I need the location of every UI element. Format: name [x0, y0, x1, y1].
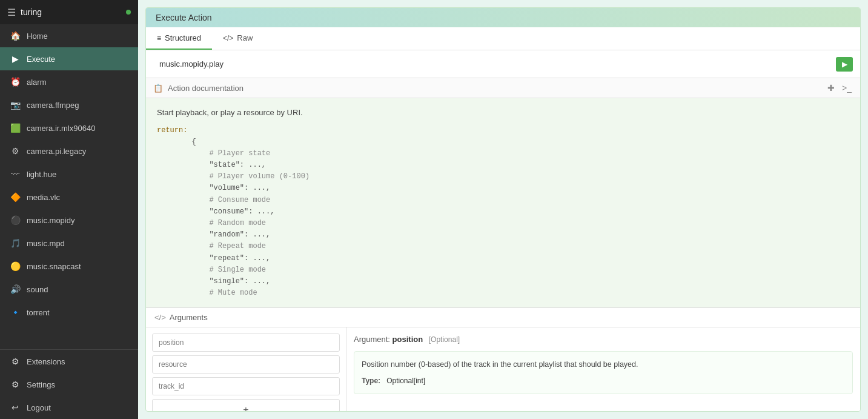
- arg-prefix: Argument:: [354, 335, 390, 344]
- action-row: ▶: [146, 50, 860, 78]
- sidebar-item-camera-ffmpeg[interactable]: 📷camera.ffmpeg: [0, 93, 138, 116]
- sidebar-item-home[interactable]: 🏠Home: [0, 24, 138, 47]
- args-inputs: +: [146, 327, 346, 411]
- nav-label-music-snapcast: music.snapcast: [27, 262, 128, 271]
- args-header: </> Arguments: [146, 308, 860, 327]
- doc-icon: 📋: [153, 84, 163, 93]
- nav-icon-light-hue: 〰: [10, 169, 21, 179]
- sidebar: ☰ turing 🏠Home▶Execute⏰alarm📷camera.ffmp…: [0, 0, 138, 419]
- execute-panel: Execute Action ≡ Structured </> Raw ▶ 📋 …: [145, 7, 861, 412]
- hamburger-icon[interactable]: ☰: [7, 7, 16, 18]
- nav-label-sound: sound: [27, 285, 128, 294]
- footer-item-settings[interactable]: ⚙Settings: [0, 373, 138, 396]
- code-icon: </>: [223, 34, 233, 42]
- nav-icon-camera-ir-mlx90640: 🟩: [10, 122, 21, 133]
- online-status-dot: [126, 10, 131, 15]
- arg-description-box: Position number (0-based) of the track i…: [354, 351, 853, 394]
- nav-label-torrent: torrent: [27, 308, 128, 317]
- nav-icon-music-snapcast: 🟡: [10, 261, 21, 272]
- footer-label-settings: Settings: [27, 380, 55, 389]
- execute-header-title: Execute Action: [156, 13, 212, 22]
- nav-label-camera-pi-legacy: camera.pi.legacy: [27, 147, 128, 156]
- sidebar-nav: 🏠Home▶Execute⏰alarm📷camera.ffmpeg🟩camera…: [0, 24, 138, 349]
- footer-label-logout: Logout: [27, 403, 51, 412]
- sidebar-item-music-mopidy[interactable]: ⚫music.mopidy: [0, 209, 138, 232]
- nav-icon-media-vlc: 🔶: [10, 192, 21, 203]
- tabs-bar: ≡ Structured </> Raw: [146, 27, 860, 50]
- main-content: Execute Action ≡ Structured </> Raw ▶ 📋 …: [138, 0, 868, 419]
- tab-structured[interactable]: ≡ Structured: [146, 27, 212, 50]
- arguments-section: </> Arguments + Argument: position [Opti…: [146, 308, 860, 411]
- add-arg-button[interactable]: +: [152, 399, 340, 411]
- nav-icon-music-mpd: 🎵: [10, 238, 21, 249]
- footer-item-extensions[interactable]: ⚙Extensions: [0, 350, 138, 373]
- arg-name: position: [393, 335, 423, 344]
- arg-type-row: Type: Optional[int]: [362, 375, 845, 386]
- nav-label-alarm: alarm: [27, 78, 128, 87]
- tab-raw-label: Raw: [237, 33, 253, 42]
- list-icon: ≡: [157, 34, 161, 42]
- sidebar-item-sound[interactable]: 🔊sound: [0, 278, 138, 301]
- position-input[interactable]: [152, 334, 340, 352]
- footer-item-logout[interactable]: ↩Logout: [0, 396, 138, 419]
- nav-icon-alarm: ⏰: [10, 76, 21, 87]
- footer-icon-extensions: ⚙: [10, 356, 21, 367]
- nav-icon-music-mopidy: ⚫: [10, 215, 21, 226]
- nav-label-home: Home: [27, 32, 128, 41]
- arg-detail: Argument: position [Optional] Position n…: [346, 327, 860, 411]
- sidebar-item-camera-ir-mlx90640[interactable]: 🟩camera.ir.mlx90640: [0, 116, 138, 139]
- doc-actions: ✚ >_: [826, 82, 853, 94]
- sidebar-item-light-hue[interactable]: 〰light.hue: [0, 163, 138, 186]
- tab-structured-label: Structured: [165, 33, 201, 42]
- args-body: + Argument: position [Optional] Position…: [146, 327, 860, 411]
- nav-icon-torrent: 🔹: [10, 307, 21, 318]
- nav-icon-camera-ffmpeg: 📷: [10, 99, 21, 110]
- nav-icon-execute: ▶: [10, 53, 21, 64]
- nav-label-execute: Execute: [27, 55, 128, 64]
- type-label: Type:: [362, 377, 380, 385]
- nav-label-music-mpd: music.mpd: [27, 239, 128, 248]
- arg-optional-badge: [Optional]: [429, 335, 460, 344]
- tab-raw[interactable]: </> Raw: [212, 27, 263, 50]
- nav-icon-camera-pi-legacy: ⚙: [10, 146, 21, 156]
- sidebar-item-alarm[interactable]: ⏰alarm: [0, 70, 138, 93]
- doc-label: Action documentation: [168, 84, 821, 93]
- footer-label-extensions: Extensions: [27, 357, 65, 366]
- arg-description-text: Position number (0-based) of the track i…: [362, 360, 638, 369]
- arg-name-row: Argument: position [Optional]: [354, 335, 853, 344]
- args-header-label: Arguments: [170, 313, 208, 322]
- footer-icon-settings: ⚙: [10, 379, 21, 390]
- footer-icon-logout: ↩: [10, 402, 21, 413]
- doc-content: Start playback, or play a resource by UR…: [146, 98, 860, 308]
- doc-add-button[interactable]: ✚: [826, 82, 836, 94]
- sidebar-item-execute[interactable]: ▶Execute: [0, 47, 138, 70]
- track-id-input[interactable]: [152, 377, 340, 395]
- doc-description: Start playback, or play a resource by UR…: [157, 107, 849, 119]
- nav-label-light-hue: light.hue: [27, 170, 128, 179]
- action-input[interactable]: [153, 55, 836, 73]
- sidebar-item-camera-pi-legacy[interactable]: ⚙camera.pi.legacy: [0, 139, 138, 163]
- sidebar-title: turing: [21, 7, 121, 17]
- doc-bar: 📋 Action documentation ✚ >_: [146, 78, 860, 98]
- args-icon: </>: [154, 313, 166, 322]
- doc-terminal-button[interactable]: >_: [841, 82, 853, 94]
- resource-input[interactable]: [152, 355, 340, 374]
- sidebar-footer: ⚙Extensions⚙Settings↩Logout: [0, 349, 138, 419]
- nav-icon-sound: 🔊: [10, 284, 21, 295]
- sidebar-item-media-vlc[interactable]: 🔶media.vlc: [0, 186, 138, 209]
- nav-label-camera-ffmpeg: camera.ffmpeg: [27, 101, 128, 110]
- doc-code: return: { # Player state "state": ..., #…: [157, 125, 849, 300]
- nav-label-camera-ir-mlx90640: camera.ir.mlx90640: [27, 124, 128, 133]
- sidebar-item-torrent[interactable]: 🔹torrent: [0, 301, 138, 324]
- nav-label-music-mopidy: music.mopidy: [27, 216, 128, 225]
- sidebar-item-music-snapcast[interactable]: 🟡music.snapcast: [0, 255, 138, 278]
- sidebar-item-music-mpd[interactable]: 🎵music.mpd: [0, 232, 138, 255]
- type-value: Optional[int]: [386, 377, 425, 385]
- nav-icon-home: 🏠: [10, 30, 21, 41]
- execute-header: Execute Action: [146, 8, 860, 27]
- nav-label-media-vlc: media.vlc: [27, 193, 128, 202]
- run-button[interactable]: ▶: [836, 57, 853, 72]
- sidebar-header: ☰ turing: [0, 0, 138, 24]
